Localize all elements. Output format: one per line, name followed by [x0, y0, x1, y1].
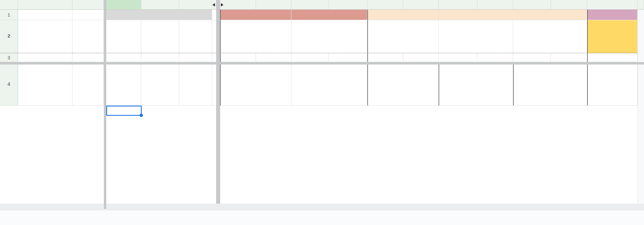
cell-stockout-note[interactable]	[513, 65, 587, 106]
cell-M3[interactable]	[439, 53, 477, 62]
cell-gap-note[interactable]	[439, 65, 513, 106]
scrollbar-top-gap	[638, 0, 644, 10]
bottom-gray-strip	[0, 204, 644, 210]
cell-macro-band-weight[interactable]	[291, 10, 367, 20]
hidden-gap	[212, 53, 216, 62]
column-header-m[interactable]	[439, 0, 477, 10]
column-header-d[interactable]	[141, 0, 179, 10]
column-header-row	[0, 0, 644, 10]
cell-ranking-header[interactable]	[72, 20, 104, 53]
cell-population-note[interactable]	[291, 65, 367, 106]
notes-row: 4	[0, 65, 644, 106]
row-header-1[interactable]: 1	[0, 10, 18, 20]
vertical-scrollbar[interactable]	[638, 10, 644, 204]
row-header-3[interactable]: 3	[0, 53, 18, 62]
weighting-row: 3	[0, 53, 644, 62]
cell-contraceptive-band-weight[interactable]	[439, 10, 587, 20]
cell-gap-weight[interactable]	[477, 53, 513, 62]
column-header-i[interactable]	[291, 0, 329, 10]
row-header-4[interactable]: 4	[0, 65, 18, 106]
hidden-gap	[212, 10, 216, 20]
hidden-column-expand-right-icon[interactable]	[221, 3, 223, 6]
cell-counselling-note[interactable]	[587, 65, 638, 106]
cell-stockout-weight[interactable]	[551, 53, 587, 62]
cell-tfr-weight[interactable]	[256, 53, 291, 62]
cell-unmet-weight[interactable]	[403, 53, 439, 62]
cell-safety-header[interactable]	[106, 20, 141, 53]
cell-country-header[interactable]	[18, 20, 72, 53]
cell-G3[interactable]	[220, 53, 256, 62]
cell-I3[interactable]	[291, 53, 329, 62]
select-all-corner[interactable]	[0, 0, 18, 10]
cell-K3[interactable]	[367, 53, 403, 62]
selected-cell-outline	[106, 106, 142, 116]
column-header-n[interactable]	[477, 0, 513, 10]
cell-B1[interactable]	[72, 10, 104, 20]
column-header-g[interactable]	[220, 0, 256, 10]
cell-Q3[interactable]	[587, 53, 638, 62]
cell-mii-header[interactable]	[587, 20, 638, 53]
cell-gonogo-band[interactable]	[106, 10, 212, 20]
cell-population-header[interactable]	[291, 20, 367, 53]
cell-unmet-header[interactable]	[367, 20, 439, 53]
cell-counselling-band[interactable]	[587, 10, 638, 20]
cell-weighting-total[interactable]	[72, 53, 104, 62]
fill-handle[interactable]	[140, 114, 143, 117]
cell-operating-header[interactable]	[179, 20, 212, 53]
freeze-column-divider[interactable]	[104, 0, 106, 204]
freeze-row-divider[interactable]	[0, 62, 644, 65]
column-header-l[interactable]	[403, 0, 439, 10]
group-band-row: 1	[0, 10, 644, 20]
cell-unmet-note[interactable]	[367, 65, 439, 106]
column-header-q[interactable]	[587, 0, 638, 10]
cell-impact-header[interactable]	[141, 20, 179, 53]
hidden-column-expand-left-icon[interactable]	[213, 3, 215, 6]
cell-A1[interactable]	[18, 10, 72, 20]
cell-tfr-header[interactable]	[220, 20, 291, 53]
cell-C3[interactable]	[106, 53, 141, 62]
cell-contraceptive-band-label[interactable]	[367, 10, 439, 20]
row-header-2[interactable]: 2	[0, 20, 18, 53]
cell-D3[interactable]	[141, 53, 179, 62]
cell-O3[interactable]	[513, 53, 551, 62]
spreadsheet-app: 1 2	[0, 0, 644, 225]
column-header-k[interactable]	[367, 0, 403, 10]
cell-stockout-header[interactable]	[513, 20, 587, 53]
column-header-h[interactable]	[256, 0, 291, 10]
column-header-e[interactable]	[179, 0, 212, 10]
cell-gap-header[interactable]	[439, 20, 513, 53]
column-header-p[interactable]	[551, 0, 587, 10]
hidden-gap	[212, 20, 216, 53]
column-header-a[interactable]	[18, 0, 72, 10]
column-header-j[interactable]	[329, 0, 367, 10]
hidden-gap	[212, 65, 216, 106]
cell-E4[interactable]	[179, 65, 212, 106]
add-sheet-button[interactable]	[42, 213, 52, 223]
cell-notes-label[interactable]	[18, 65, 72, 106]
cell-C4[interactable]	[106, 65, 141, 106]
cell-E3[interactable]	[179, 53, 212, 62]
hidden-column-divider[interactable]	[216, 0, 220, 204]
cell-macro-band-label[interactable]	[220, 10, 291, 20]
criteria-header-row: 2	[0, 20, 644, 53]
cell-population-weight[interactable]	[329, 53, 367, 62]
freeze-divider-stub	[104, 204, 106, 209]
cell-B4[interactable]	[72, 65, 104, 106]
column-header-b[interactable]	[72, 0, 104, 10]
all-sheets-menu-button[interactable]	[69, 213, 79, 223]
column-header-o[interactable]	[513, 0, 551, 10]
sheet-grid: 1 2	[0, 0, 644, 204]
column-header-c[interactable]	[106, 0, 141, 10]
cell-tfr-note[interactable]	[220, 65, 291, 106]
cell-D4[interactable]	[141, 65, 179, 106]
sheet-tab-bar	[0, 210, 644, 225]
cell-weighting-label[interactable]	[18, 53, 72, 62]
